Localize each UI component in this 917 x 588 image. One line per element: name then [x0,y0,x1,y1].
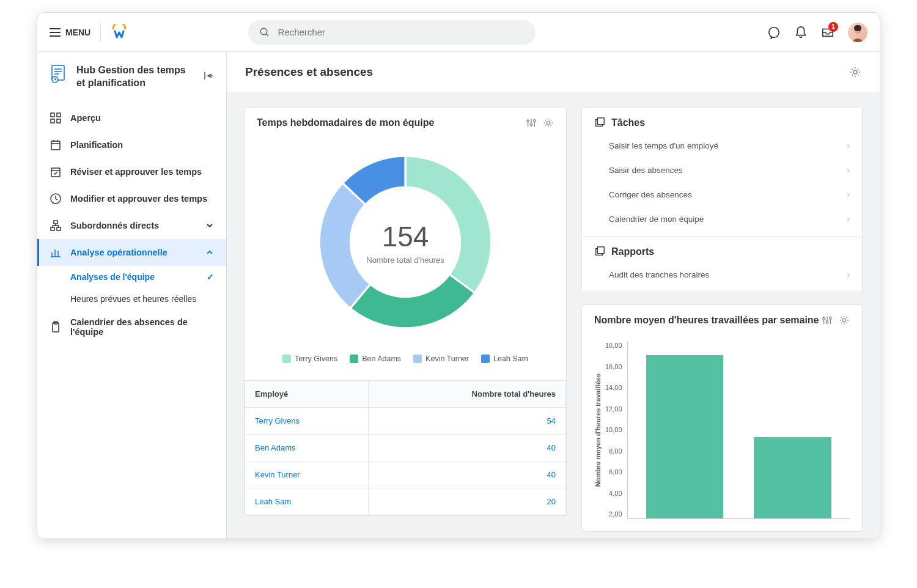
hours-cell: 40 [369,461,566,488]
sidebar-header: Hub Gestion des temps et planification [37,64,226,105]
task-item[interactable]: Saisir des absences› [582,158,862,182]
clock-icon [50,193,62,205]
reports-title: Rapports [611,246,654,257]
clipboard-icon [50,321,62,333]
task-item[interactable]: Calendrier de mon équipe› [582,207,862,231]
bars-icon [50,246,62,259]
legend-swatch [481,355,490,363]
chevron-right-icon: › [847,141,850,150]
donut-center-label: Nombre total d'heures [366,255,444,265]
card-title: Nombre moyen d'heures travaillées par se… [594,315,819,326]
nav-label: Subordonnés directs [70,221,159,230]
hours-table: Employé Nombre total d'heures Terry Give… [245,380,566,515]
sliders-icon[interactable] [526,117,537,128]
task-label: Calendrier de mon équipe [609,215,704,224]
main-content: Présences et absences Temps hebdomadaire… [227,52,880,538]
employee-link[interactable]: Kevin Turner [255,470,300,479]
nav-label: Analyse opérationnelle [70,248,168,257]
svg-rect-12 [51,113,54,117]
sidebar-subitem-5-1[interactable]: Heures prévues et heures réelles [37,288,226,310]
bell-icon[interactable] [794,26,808,39]
svg-point-0 [261,28,268,35]
employee-link[interactable]: Terry Givens [255,416,300,425]
sidebar: Hub Gestion des temps et planification A… [37,52,227,538]
search-icon [259,27,270,38]
legend-item: Kevin Turner [413,355,469,363]
search-box[interactable] [248,20,536,45]
chevron-right-icon: › [847,214,850,224]
svg-rect-47 [597,247,604,254]
task-item[interactable]: Saisir les temps d'un employé› [582,133,862,158]
calendar-check-icon [50,166,62,178]
workday-logo-icon[interactable] [111,24,128,41]
task-item[interactable]: Audit des tranches horaires› [582,262,862,287]
inbox-badge: 1 [828,22,838,32]
avatar[interactable] [848,23,867,42]
chevron-down-icon [205,221,214,230]
svg-rect-13 [57,113,61,117]
ytick: 4,00 [609,490,622,497]
svg-rect-14 [51,119,54,123]
svg-point-53 [830,317,832,320]
donut-chart: 154 Nombre total d'heures [308,144,503,340]
nav-sub-label: Heures prévues et heures réelles [70,294,196,304]
gear-icon[interactable] [543,117,554,128]
chevron-right-icon: › [847,165,850,175]
chevron-right-icon: › [847,189,850,199]
task-label: Saisir les temps d'un employé [609,141,718,150]
collapse-sidebar-icon[interactable] [203,70,214,81]
task-label: Saisir des absences [609,166,683,175]
card-title: Temps hebdomadaires de mon équipe [257,117,434,128]
tasks-icon [594,117,605,128]
svg-rect-24 [51,227,54,230]
chat-icon[interactable] [767,26,781,39]
sidebar-item-1[interactable]: Planification [37,131,226,158]
hours-cell: 40 [369,435,566,461]
app-header: MENU 1 [37,13,880,52]
chevron-right-icon: › [847,270,850,279]
page-settings-gear-icon[interactable] [849,66,861,78]
sidebar-item-5[interactable]: Analyse opérationnelle [37,239,226,266]
svg-point-49 [823,318,825,320]
svg-rect-15 [57,119,61,123]
reports-icon [594,246,605,257]
legend-label: Ben Adams [362,355,401,363]
legend-label: Leah Sam [493,355,528,363]
hamburger-icon [50,28,61,37]
sidebar-subitem-5-0[interactable]: Analyses de l'équipe✓ [37,266,226,288]
svg-point-43 [547,121,550,124]
svg-rect-16 [51,141,60,150]
task-item[interactable]: Corriger des absences› [582,182,862,207]
legend-item: Leah Sam [481,355,528,363]
employee-link[interactable]: Leah Sam [255,497,291,506]
menu-button[interactable]: MENU [50,23,101,42]
svg-point-54 [842,318,845,322]
sidebar-item-3[interactable]: Modifier et approuver des temps [37,185,226,212]
employee-link[interactable]: Ben Adams [255,443,296,452]
sidebar-item-4[interactable]: Subordonnés directs [37,212,226,239]
search-input[interactable] [278,27,525,37]
tasks-card: Tâches Saisir les temps d'un employé›Sai… [581,107,863,292]
svg-point-51 [826,321,828,323]
svg-point-40 [530,123,532,126]
legend-label: Terry Givens [295,355,337,363]
ytick: 16,00 [605,363,622,370]
gear-icon[interactable] [839,315,850,326]
ytick: 8,00 [609,447,622,455]
sidebar-item-0[interactable]: Aperçu [37,105,226,131]
sliders-icon[interactable] [822,315,833,326]
table-row: Leah Sam20 [245,488,566,515]
th-employee: Employé [245,381,369,408]
ytick: 6,00 [609,468,622,476]
sidebar-item-2[interactable]: Réviser et approuver les temps [37,158,226,185]
bar-yaxis: 18,0016,0014,0012,0010,008,006,004,002,0… [605,342,627,519]
sidebar-item-6[interactable]: Calendrier des absences de l'équipe [37,310,226,344]
svg-line-1 [267,34,269,36]
bar-plot [627,342,850,519]
avg-hours-card: Nombre moyen d'heures travaillées par se… [581,304,863,532]
svg-rect-20 [51,168,60,177]
svg-rect-45 [597,118,604,125]
inbox-icon[interactable]: 1 [821,26,834,39]
ytick: 10,00 [605,426,622,433]
th-hours: Nombre total d'heures [369,381,566,408]
